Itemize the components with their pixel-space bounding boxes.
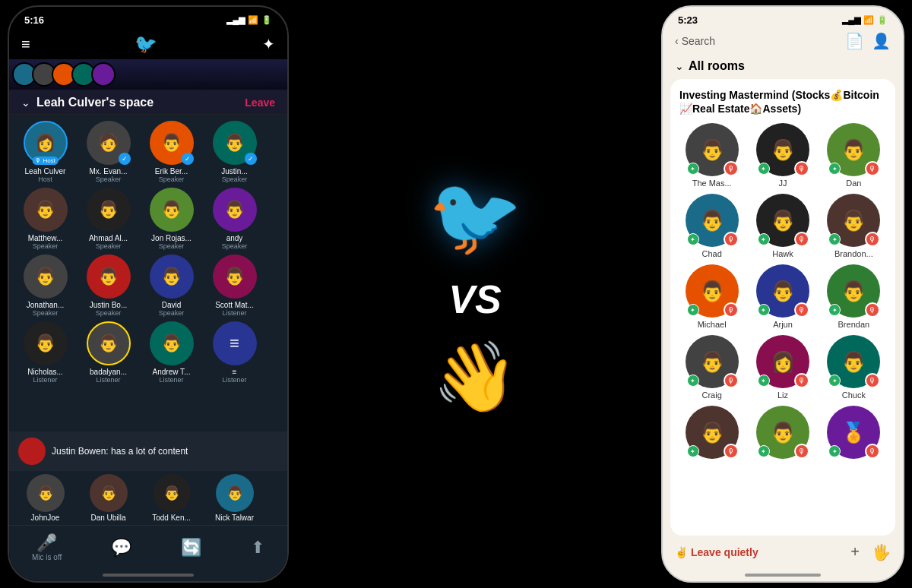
r-person-jj[interactable]: 👨 ✦ 🎙 JJ (750, 123, 815, 188)
menu-icon[interactable]: ≡ (21, 36, 30, 53)
speaker-jon[interactable]: 👨 Jon Rojas... Speaker (143, 188, 200, 250)
plus-icon[interactable]: + (850, 543, 860, 561)
speaker-justin-bo[interactable]: 👨 Justin Bo... Speaker (80, 254, 137, 317)
speaker-nicholas[interactable]: 👨 Nicholas... Listener (17, 321, 74, 384)
room-card: Investing Mastermind (Stocks💰Bitcoin📈Rea… (670, 79, 895, 536)
speaker-david[interactable]: 👨 David Speaker (143, 254, 200, 317)
speaker-role-evan: Speaker (96, 175, 122, 183)
r-person-michael[interactable]: 👨 ✦ 🎙 Michael (679, 264, 744, 329)
bottom-dan[interactable]: 👨 Dan Ubilla (80, 474, 137, 522)
r-avatar-chuck: 👨 ✦ 🎙 (827, 335, 880, 388)
r-person-chad[interactable]: 👨 ✦ 🎙 Chad (679, 194, 744, 258)
speaker-anon[interactable]: ≡ ≡ Listener (206, 321, 263, 384)
r-avatar-arjun: 👨 ✦ 🎙 (756, 264, 809, 318)
r-person-the-mas[interactable]: 👨 ✦ 🎙 The Mas... (679, 123, 744, 188)
r-green-dot-dan: ✦ (828, 163, 841, 175)
r-person-craig[interactable]: 👨 ✦ 🎙 Craig (679, 335, 744, 400)
speaker-name-jon: Jon Rojas... (143, 234, 200, 242)
speaker-andrew[interactable]: 👨 Andrew T... Listener (143, 321, 200, 384)
room-title: Investing Mastermind (Stocks💰Bitcoin📈Rea… (679, 88, 886, 115)
right-phone: 5:23 ▂▄▆ 📶 🔋 ‹ Search 📄 👤 ⌄ All rooms In… (661, 5, 904, 583)
speaker-scott[interactable]: 👨 Scott Mat... Listener (206, 254, 263, 317)
avatar-justin-bo: 👨 (87, 254, 131, 299)
bottom-todd[interactable]: 👨 Todd Ken... (143, 474, 200, 522)
speaker-mx-evan[interactable]: 🧑 ✓ Mx. Evan... Speaker (80, 121, 137, 183)
right-bottom-bar: ✌️ Leave quietly + 🖐 (663, 536, 903, 569)
speaker-role-justin: Speaker (222, 175, 248, 183)
retweet-icon[interactable]: 🔄 (181, 538, 201, 558)
speaker-justin[interactable]: 👨 ✓ Justin... Speaker (206, 121, 263, 183)
signal-icon: ▂▄▆ (226, 15, 245, 25)
mic-icon[interactable]: 🎤 (36, 533, 57, 553)
avatar-anon: ≡ (213, 321, 257, 365)
speaker-matthew[interactable]: 👨 Matthew... Speaker (17, 188, 74, 250)
r-name-liz: Liz (777, 390, 788, 400)
sparkle-icon[interactable]: ✦ (262, 35, 275, 53)
r-green-dot-chad: ✦ (687, 233, 699, 245)
r-avatar-liz: 👩 ✦ 🎙 (756, 335, 809, 388)
compose-icon[interactable]: 📄 (845, 32, 864, 50)
r-green-dot-craig: ✦ (687, 375, 699, 387)
r-person-brandon[interactable]: 👨 ✦ 🎙 Brandon... (822, 194, 886, 258)
right-leave-button[interactable]: ✌️ Leave quietly (675, 546, 758, 558)
profile-avatar-icon[interactable]: 👤 (872, 32, 891, 50)
right-home-indicator (663, 569, 903, 581)
r-avatar-hawk: 👨 ✦ 🎙 (756, 194, 809, 247)
avatar-badalyan: 👨 (87, 321, 131, 365)
left-home-bar (103, 574, 194, 577)
r-person-chuck[interactable]: 👨 ✦ 🎙 Chuck (822, 335, 886, 400)
speaker-andy[interactable]: 👨 andy Speaker (206, 188, 263, 250)
room-avatars-grid: 👨 ✦ 🎙 The Mas... 👨 ✦ 🎙 JJ 👨 ✦ 🎙 (679, 123, 886, 461)
r-wifi-icon: 📶 (863, 15, 874, 25)
right-back[interactable]: ‹ Search (675, 35, 715, 47)
speaker-erik[interactable]: 👨 ✓ Erik Ber... Speaker (143, 121, 200, 183)
speaker-leah-culver[interactable]: 👩 🎙 Host Leah Culver Host (17, 121, 74, 183)
r-person-dan[interactable]: 👨 ✦ 🎙 Dan (822, 123, 886, 188)
r-person-hawk[interactable]: 👨 ✦ 🎙 Hawk (750, 194, 815, 258)
chat-icon[interactable]: 💬 (111, 538, 131, 558)
rooms-chevron-icon: ⌄ (675, 60, 684, 72)
bottom-avatar-nick: 👨 (216, 474, 254, 512)
r-person-arjun[interactable]: 👨 ✦ 🎙 Arjun (750, 264, 815, 329)
r-mic-the-mas: 🎙 (724, 161, 739, 176)
avatars-banner (9, 59, 287, 90)
speaker-role-jon: Speaker (159, 242, 185, 250)
wave-emoji: 👋 (432, 337, 518, 417)
r-name-the-mas: The Mas... (692, 179, 732, 188)
right-bottom-icons: + 🖐 (850, 543, 891, 561)
r-person-extra3[interactable]: 🏅 ✦ 🎙 (822, 406, 886, 461)
avatar-jonathan: 👨 (24, 254, 68, 299)
speaker-name-andy: andy (206, 234, 263, 242)
speaker-name-matthew: Matthew... (17, 234, 74, 242)
r-avatar-craig: 👨 ✦ 🎙 (686, 335, 739, 388)
bottom-nick[interactable]: 👨 Nick Talwar (206, 474, 263, 522)
leave-button[interactable]: Leave (245, 96, 275, 109)
r-person-extra1[interactable]: 👨 ✦ 🎙 (679, 406, 744, 461)
hand-raise-icon[interactable]: 🖐 (872, 543, 891, 561)
speaker-jonathan[interactable]: 👨 Jonathan... Speaker (17, 254, 74, 317)
speaker-role-matthew: Speaker (33, 242, 59, 250)
right-rooms-header: ⌄ All rooms (663, 56, 903, 79)
r-person-brendan[interactable]: 👨 ✦ 🎙 Brendan (822, 264, 886, 329)
speaker-name-anon: ≡ (206, 368, 263, 376)
speaker-name-nicholas: Nicholas... (17, 368, 74, 376)
r-person-liz[interactable]: 👩 ✦ 🎙 Liz (750, 335, 815, 400)
speaker-name-erik: Erik Ber... (143, 167, 200, 175)
speaker-name-scott: Scott Mat... (206, 301, 263, 309)
r-battery-icon: 🔋 (877, 15, 888, 25)
twitter-logo-left: 🐦 (135, 33, 157, 55)
chevron-down-icon[interactable]: ⌄ (21, 96, 30, 109)
speaker-badalyan[interactable]: 👨 badalyan... Listener (80, 321, 137, 384)
speaker-role-david: Speaker (159, 309, 185, 317)
bottom-johnjoe[interactable]: 👨 JohnJoe (17, 474, 74, 522)
share-icon[interactable]: ⬆ (251, 538, 264, 558)
leave-peace-icon: ✌️ (675, 546, 688, 558)
avatar-matthew: 👨 (24, 188, 68, 232)
speaker-ahmad[interactable]: 👨 Ahmad Al... Speaker (80, 188, 137, 250)
r-name-dan: Dan (846, 179, 861, 188)
r-person-extra2[interactable]: 👨 ✦ 🎙 (750, 406, 815, 461)
r-name-chad: Chad (702, 249, 722, 258)
right-status-bar: 5:23 ▂▄▆ 📶 🔋 (663, 7, 903, 29)
r-avatar-brandon: 👨 ✦ 🎙 (827, 194, 880, 247)
space-header: ⌄ Leah Culver's space Leave (9, 90, 287, 115)
